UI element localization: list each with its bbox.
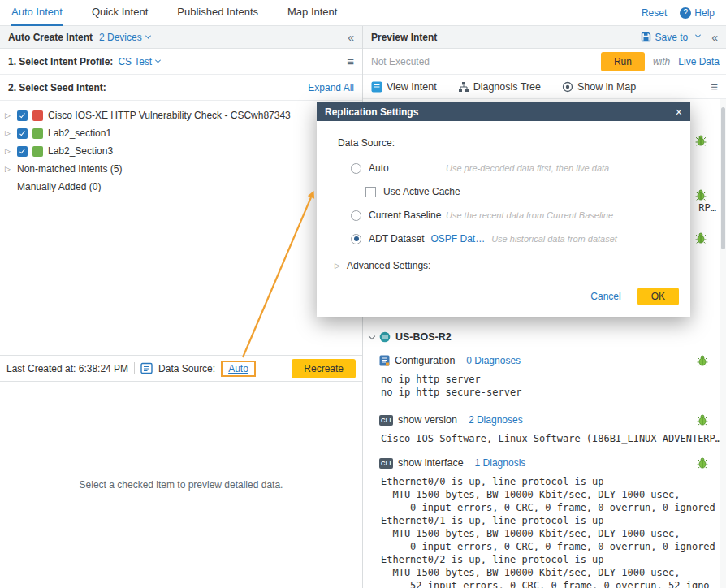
dialog-body: Data Source: Auto Use pre-decoded data f… (317, 121, 690, 275)
intent-icon (32, 146, 43, 157)
auto-create-intent-panel: Auto Create Intent 2 Devices « 1. Select… (0, 26, 363, 588)
tree-row-lab2-section3[interactable]: ▷ Lab2_Section3 (0, 142, 362, 160)
checkbox-checked[interactable] (17, 128, 28, 139)
topbar-actions: Reset ? Help (642, 7, 715, 19)
execution-status: Not Executed (371, 56, 430, 67)
advanced-settings-row[interactable]: ▷ Advanced Settings: (335, 260, 681, 271)
with-label: with (653, 56, 670, 67)
radio-auto[interactable] (351, 163, 361, 174)
help-icon: ? (680, 7, 691, 19)
scrollbar-thumb[interactable] (721, 107, 725, 249)
close-icon[interactable]: × (676, 106, 682, 119)
configuration-icon (379, 355, 390, 366)
cli-icon: CLI (379, 458, 393, 469)
divider (134, 362, 135, 374)
tab-quick-intent[interactable]: Quick Intent (92, 0, 148, 26)
diagnosis-bug-icon[interactable] (697, 355, 708, 366)
left-panel-title: Auto Create Intent (8, 32, 93, 43)
option-auto[interactable]: Auto Use pre-decoded data first, then li… (351, 162, 681, 175)
adt-dataset-link[interactable]: OSPF Dat… (430, 233, 485, 244)
tree-row-manually-added[interactable]: Manually Added (0) (0, 178, 362, 196)
save-to-dropdown[interactable]: Save to (641, 32, 701, 43)
show-in-map-icon (562, 81, 573, 93)
code-line: MTU 1500 bytes, BW 10000 Kbit/sec, DLY 1… (381, 527, 726, 540)
data-source-auto-link[interactable]: Auto (221, 361, 256, 377)
diagnosis-bug-icon[interactable] (695, 189, 707, 201)
expander-icon[interactable]: ▷ (5, 165, 12, 173)
code-line: 0 input errors, 0 CRC, 0 frame, 0 overru… (381, 540, 726, 553)
radio-adt-dataset-selected[interactable] (351, 234, 361, 244)
live-data-link[interactable]: Live Data (678, 56, 720, 67)
diagnosis-bug-icon[interactable] (695, 135, 707, 146)
diagnoses-link[interactable]: 2 Diagnoses (469, 414, 523, 426)
checkbox-checked[interactable] (17, 110, 28, 121)
collapse-device-icon[interactable] (369, 332, 375, 339)
divider (435, 266, 681, 266)
intent-profile-select[interactable]: CS Test (118, 56, 160, 67)
device-row-us-bos-r2[interactable]: US-BOS-R2 (363, 328, 726, 346)
collapse-preview-panel-icon[interactable]: « (711, 31, 718, 44)
help-label: Help (694, 7, 715, 19)
app-window: Auto Intent Quick Intent Published Inten… (0, 0, 726, 588)
tree-row-lab2-section1[interactable]: ▷ Lab2_section1 (0, 124, 362, 142)
option-use-active-cache[interactable]: Use Active Cache (365, 185, 681, 198)
last-created-text: Last Created at: 6:38:24 PM (6, 363, 128, 374)
tab-show-in-map[interactable]: Show in Map (562, 81, 636, 93)
code-line: Cisco IOS Software, Linux Software (I86B… (381, 432, 726, 445)
data-source-label: Data Source: (158, 363, 215, 374)
section-title: show interface (398, 457, 464, 469)
code-line: 52 input errors, 0 CRC, 0 frame, 0 overr… (381, 579, 726, 588)
diagnosis-bug-icon[interactable] (697, 414, 708, 426)
left-panel-footer: Last Created at: 6:38:24 PM Data Source:… (0, 355, 362, 382)
section-show-version: CLI show version 2 Diagnoses (363, 410, 726, 430)
cancel-button[interactable]: Cancel (590, 291, 620, 302)
help-link[interactable]: ? Help (680, 7, 715, 19)
collapse-left-panel-icon[interactable]: « (348, 31, 354, 44)
tab-published-intents[interactable]: Published Intents (177, 0, 258, 26)
dialog-title: Replication Settings (325, 106, 418, 118)
diagnoses-link[interactable]: 1 Diagnosis (475, 457, 526, 469)
expand-all-link[interactable]: Expand All (308, 82, 354, 93)
chevron-down-icon (155, 57, 161, 63)
show-interface-code: Ethernet0/0 is up, line protocol is up M… (363, 475, 726, 588)
expander-icon[interactable]: ▷ (335, 262, 342, 270)
log-icon[interactable] (140, 362, 153, 374)
recreate-button[interactable]: Recreate (292, 359, 356, 378)
radio-current-baseline[interactable] (351, 210, 361, 221)
reset-link[interactable]: Reset (642, 7, 667, 19)
left-panel-header: Auto Create Intent 2 Devices « (0, 26, 362, 49)
diagnosis-bug-icon[interactable] (695, 232, 707, 244)
preview-panel-header: Preview Intent Save to « (363, 26, 726, 49)
diagnosis-tree-icon (458, 81, 469, 93)
preview-menu-icon[interactable]: ≡ (711, 80, 718, 93)
expander-icon[interactable]: ▷ (5, 147, 12, 155)
run-button[interactable]: Run (601, 52, 645, 71)
top-tab-bar: Auto Intent Quick Intent Published Inten… (0, 0, 726, 26)
dialog-header: Replication Settings × (317, 102, 690, 121)
option-current-baseline[interactable]: Current Baseline Use the recent data fro… (351, 209, 681, 222)
chevron-down-icon (695, 32, 701, 38)
advanced-settings-label: Advanced Settings: (347, 260, 430, 271)
devices-dropdown[interactable]: 2 Devices (99, 32, 150, 43)
seed-intent-tree: ▷ Cisco IOS-XE HTTP Vulnerability Check … (0, 101, 362, 355)
option-label: ADT Dataset (369, 233, 424, 244)
ok-button[interactable]: OK (637, 288, 679, 305)
expander-icon[interactable]: ▷ (5, 111, 12, 119)
option-adt-dataset[interactable]: ADT Dataset OSPF Dat… Use historical dat… (351, 232, 681, 245)
tree-row-cisco-vulnerability[interactable]: ▷ Cisco IOS-XE HTTP Vulnerability Check … (0, 106, 362, 124)
checkbox-use-active-cache[interactable] (365, 187, 376, 197)
tab-map-intent[interactable]: Map Intent (287, 0, 337, 26)
profile-menu-icon[interactable]: ≡ (347, 54, 354, 68)
replication-settings-dialog: Replication Settings × Data Source: Auto… (317, 102, 690, 317)
tab-auto-intent[interactable]: Auto Intent (11, 0, 63, 26)
checkbox-checked[interactable] (17, 146, 28, 157)
code-line: Ethernet0/1 is up, line protocol is up (381, 514, 726, 527)
diagnosis-bug-icon[interactable] (697, 457, 708, 469)
section-title: Configuration (395, 355, 455, 366)
expander-icon[interactable]: ▷ (5, 129, 12, 137)
tab-view-intent[interactable]: View Intent (371, 81, 437, 93)
tab-diagnosis-tree[interactable]: Diagnosis Tree (458, 81, 541, 93)
tree-row-non-matched[interactable]: ▷ Non-matched Intents (5) (0, 160, 362, 178)
diagnoses-link[interactable]: 0 Diagnoses (466, 355, 521, 366)
section-title: show version (398, 414, 457, 426)
